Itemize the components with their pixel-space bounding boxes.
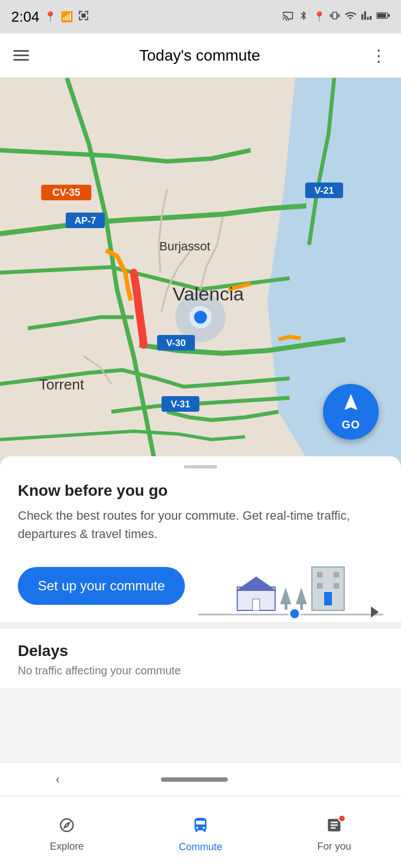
nav-label-for-you: For you	[317, 841, 351, 852]
info-card-title: Know before you go	[18, 482, 383, 500]
nav-label-commute: Commute	[179, 841, 222, 853]
nav-label-explore: Explore	[50, 841, 84, 852]
svg-text:Valencia: Valencia	[173, 283, 244, 304]
svg-rect-5	[79, 16, 80, 19]
bottom-sheet: Know before you go Check the best routes…	[0, 456, 401, 688]
app-bar: Today's commute ⋮	[0, 33, 401, 78]
battery-status-icon	[376, 10, 390, 24]
cast-status-icon	[282, 10, 294, 24]
commute-illustration	[198, 561, 383, 611]
signal-bars-status-icon	[361, 10, 372, 24]
nav-item-for-you[interactable]: For you	[267, 812, 401, 852]
nav-item-commute[interactable]: Commute	[134, 812, 267, 853]
svg-rect-10	[377, 13, 386, 17]
back-button[interactable]: ‹	[56, 772, 60, 787]
navigate-arrow-icon	[341, 392, 361, 416]
delays-title: Delays	[18, 642, 383, 660]
location-status-icon: 📍	[44, 11, 56, 23]
location2-status-icon: 📍	[313, 11, 325, 23]
delays-subtitle: No traffic affecting your commute	[18, 664, 383, 677]
page-title: Today's commute	[139, 47, 260, 65]
svg-rect-3	[87, 11, 88, 14]
commute-setup-row: Set up your commute	[18, 561, 383, 611]
setup-commute-button[interactable]: Set up your commute	[18, 567, 185, 605]
svg-rect-11	[388, 14, 390, 17]
section-divider	[0, 622, 401, 629]
svg-text:AP-7: AP-7	[75, 215, 96, 226]
info-card-description: Check the best routes for your commute. …	[18, 506, 383, 543]
svg-rect-7	[87, 16, 88, 19]
system-nav-bar: ‹	[0, 762, 401, 796]
for-you-badge-container	[326, 817, 343, 837]
home-pill[interactable]	[161, 777, 228, 782]
svg-text:Burjassot: Burjassot	[159, 239, 211, 253]
menu-button[interactable]	[13, 50, 29, 61]
screenshot-status-icon	[77, 9, 90, 24]
signal-status-icon: 📶	[61, 11, 73, 23]
explore-icon	[58, 817, 75, 837]
notification-badge	[338, 815, 346, 822]
svg-rect-1	[79, 11, 80, 14]
svg-text:V-30: V-30	[167, 338, 186, 348]
nav-item-explore[interactable]: Explore	[0, 812, 134, 852]
svg-text:Torrent: Torrent	[39, 376, 85, 393]
status-time: 2:04	[11, 8, 40, 26]
delays-section: Delays No traffic affecting your commute	[18, 638, 383, 677]
more-options-button[interactable]: ⋮	[370, 46, 388, 65]
svg-text:V-31: V-31	[171, 399, 190, 410]
go-button[interactable]: GO	[323, 384, 379, 440]
status-bar: 2:04 📍 📶 📍	[0, 0, 401, 33]
bottom-nav-bar: Explore Commute For you	[0, 796, 401, 868]
sheet-handle	[184, 465, 217, 468]
svg-text:CV-35: CV-35	[52, 187, 80, 198]
map-view[interactable]: CV-35 AP-7 AP-7 V-21 V-30 V-31 Burjassot…	[0, 78, 401, 467]
svg-rect-8	[81, 13, 85, 17]
go-button-label: GO	[341, 418, 360, 431]
wifi-status-icon	[344, 10, 356, 24]
svg-text:V-21: V-21	[315, 185, 334, 196]
commute-icon	[192, 816, 209, 838]
vibrate-status-icon	[330, 9, 340, 24]
bluetooth-status-icon	[299, 9, 309, 24]
